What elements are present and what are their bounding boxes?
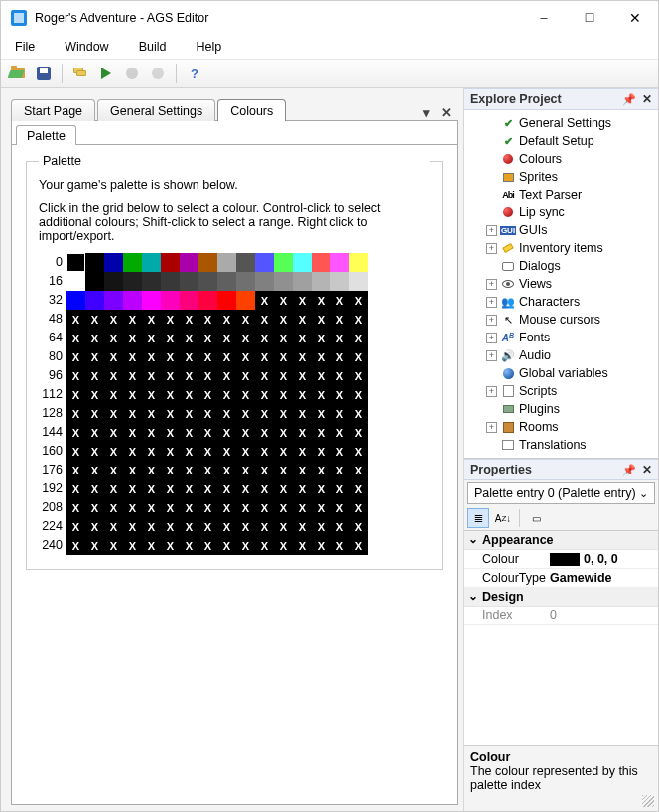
palette-cell[interactable]: X [330,385,349,404]
palette-cell[interactable]: X [236,423,255,442]
pin-icon[interactable]: 📌 [622,93,636,106]
prop-row-colourtype[interactable]: ColourType Gamewide [464,569,658,588]
palette-cell[interactable]: X [142,479,161,498]
palette-cell[interactable]: X [312,385,330,404]
palette-cell[interactable]: X [293,442,312,461]
palette-cell[interactable]: X [255,517,274,536]
palette-cell[interactable]: X [236,442,255,461]
palette-cell[interactable]: X [104,442,123,461]
palette-cell[interactable]: X [217,329,236,347]
palette-cell[interactable]: X [293,479,312,498]
palette-cell[interactable]: X [161,498,180,517]
palette-cell[interactable]: X [142,366,161,385]
panel-close-icon[interactable]: ✕ [642,463,652,476]
palette-cell[interactable]: X [293,366,312,385]
project-tree[interactable]: ✔General Settings ✔Default Setup Colours… [464,110,658,458]
palette-cell[interactable]: X [274,310,293,329]
prop-pages-icon[interactable]: ▭ [525,508,547,528]
palette-cell[interactable] [142,272,161,291]
palette-cell[interactable]: X [312,423,330,442]
palette-cell[interactable] [198,253,217,272]
palette-cell[interactable]: X [123,310,142,329]
palette-cell[interactable]: X [217,536,236,555]
open-icon[interactable] [7,63,29,84]
palette-cell[interactable]: X [312,517,330,536]
palette-cell[interactable] [161,272,180,291]
palette-cell[interactable]: X [180,517,198,536]
palette-cell[interactable]: X [161,423,180,442]
palette-cell[interactable]: X [142,498,161,517]
palette-cell[interactable]: X [104,461,123,479]
inner-tab-palette[interactable]: Palette [16,125,76,145]
palette-cell[interactable]: X [217,517,236,536]
palette-cell[interactable]: X [161,442,180,461]
palette-cell[interactable] [180,291,198,310]
palette-cell[interactable]: X [236,461,255,479]
minimize-button[interactable]: – [521,1,567,35]
palette-cell[interactable]: X [104,347,123,366]
palette-cell[interactable]: X [274,498,293,517]
run-icon[interactable] [95,63,117,84]
tree-item[interactable]: ✔Default Setup [468,132,654,150]
palette-cell[interactable]: X [198,423,217,442]
palette-cell[interactable]: X [312,366,330,385]
resize-grip-icon[interactable] [642,795,654,807]
palette-cell[interactable]: X [161,517,180,536]
palette-cell[interactable]: X [104,423,123,442]
palette-cell[interactable] [255,253,274,272]
palette-cell[interactable]: X [293,423,312,442]
palette-cell[interactable]: X [312,329,330,347]
palette-cell[interactable]: X [85,329,104,347]
palette-cell[interactable]: X [198,329,217,347]
palette-cell[interactable]: X [198,347,217,366]
palette-cell[interactable] [217,253,236,272]
palette-cell[interactable]: X [180,347,198,366]
prop-alpha-sort-icon[interactable]: AZ↓ [492,508,514,528]
tab-close-icon[interactable]: ✕ [438,105,454,120]
palette-cell[interactable]: X [293,310,312,329]
palette-cell[interactable]: X [255,442,274,461]
palette-cell[interactable]: X [330,517,349,536]
menu-file[interactable]: File [9,38,41,56]
palette-cell[interactable] [349,272,368,291]
prop-categorized-icon[interactable]: 𝌆 [467,508,489,528]
palette-cell[interactable]: X [104,404,123,423]
build-icon[interactable] [69,63,91,84]
palette-cell[interactable]: X [236,310,255,329]
palette-cell[interactable]: X [66,442,85,461]
palette-cell[interactable] [198,272,217,291]
palette-cell[interactable]: X [123,498,142,517]
palette-cell[interactable] [274,272,293,291]
palette-cell[interactable]: X [104,366,123,385]
palette-cell[interactable]: X [274,366,293,385]
palette-cell[interactable]: X [161,479,180,498]
palette-cell[interactable]: X [236,498,255,517]
palette-cell[interactable]: X [330,404,349,423]
menu-help[interactable]: Help [190,38,227,56]
palette-cell[interactable]: X [180,385,198,404]
palette-cell[interactable]: X [330,423,349,442]
tree-item[interactable]: Lip sync [468,203,654,221]
palette-cell[interactable]: X [85,536,104,555]
palette-cell[interactable]: X [85,404,104,423]
palette-cell[interactable]: X [123,347,142,366]
palette-cell[interactable] [161,253,180,272]
close-button[interactable]: ✕ [612,1,658,35]
palette-cell[interactable]: X [161,329,180,347]
palette-cell[interactable]: X [123,442,142,461]
palette-cell[interactable] [123,291,142,310]
palette-cell[interactable]: X [255,536,274,555]
palette-cell[interactable]: X [161,385,180,404]
palette-cell[interactable]: X [255,329,274,347]
palette-cell[interactable]: X [274,404,293,423]
tab-general-settings[interactable]: General Settings [97,99,215,121]
palette-cell[interactable]: X [180,536,198,555]
palette-cell[interactable]: X [274,329,293,347]
expand-icon[interactable]: + [486,386,497,397]
palette-cell[interactable]: X [255,366,274,385]
palette-cell[interactable] [293,272,312,291]
palette-cell[interactable]: X [123,536,142,555]
palette-cell[interactable]: X [255,347,274,366]
tree-item[interactable]: ✔General Settings [468,114,654,132]
tree-item[interactable]: +ABFonts [468,329,654,346]
